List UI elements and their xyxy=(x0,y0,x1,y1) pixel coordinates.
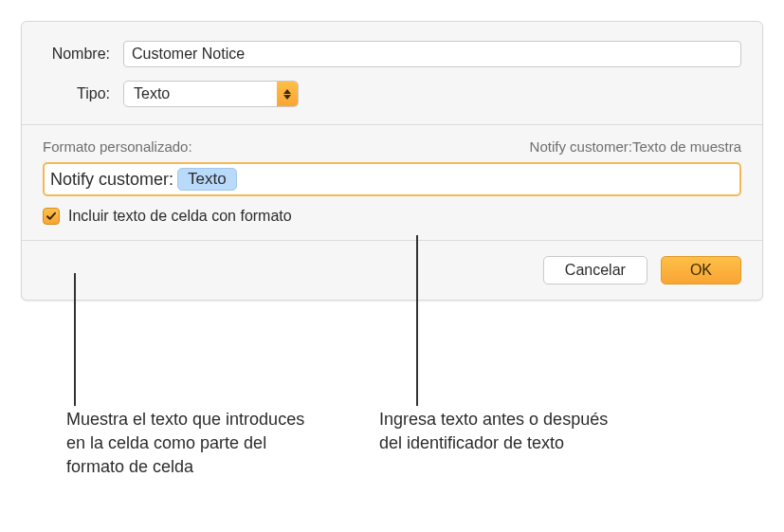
format-header-row: Formato personalizado: Notify customer:T… xyxy=(43,138,741,155)
callout-text-left: Muestra el texto que introduces en la ce… xyxy=(66,408,313,480)
text-token[interactable]: Texto xyxy=(177,168,237,191)
callout-text-right: Ingresa texto antes o después del identi… xyxy=(379,408,626,455)
include-text-label: Incluir texto de celda con formato xyxy=(68,208,292,225)
type-label: Tipo: xyxy=(43,85,123,102)
cancel-button[interactable]: Cancelar xyxy=(543,256,647,284)
dialog-button-row: Cancelar OK xyxy=(22,241,762,300)
custom-format-label: Formato personalizado: xyxy=(43,138,192,155)
name-input[interactable] xyxy=(123,41,741,67)
format-preview: Notify customer:Texto de muestra xyxy=(530,138,741,155)
select-chevrons-icon xyxy=(277,82,298,106)
type-select[interactable]: Texto xyxy=(123,81,299,107)
callout-line-left xyxy=(74,273,76,406)
callout-line-right xyxy=(416,235,418,406)
format-editor[interactable]: Notify customer: Texto xyxy=(43,162,741,196)
name-label: Nombre: xyxy=(43,46,123,63)
include-text-checkbox[interactable] xyxy=(43,208,60,225)
include-text-row: Incluir texto de celda con formato xyxy=(43,208,741,225)
dialog-mid-section: Formato personalizado: Notify customer:T… xyxy=(22,125,762,241)
ok-button[interactable]: OK xyxy=(661,256,741,284)
type-row: Tipo: Texto xyxy=(43,81,741,107)
checkmark-icon xyxy=(46,211,57,222)
custom-format-dialog: Nombre: Tipo: Texto Formato personalizad… xyxy=(21,21,763,301)
format-prefix-text: Notify customer: xyxy=(50,170,177,190)
dialog-top-section: Nombre: Tipo: Texto xyxy=(22,22,762,125)
type-select-value: Texto xyxy=(123,81,299,107)
name-row: Nombre: xyxy=(43,41,741,67)
